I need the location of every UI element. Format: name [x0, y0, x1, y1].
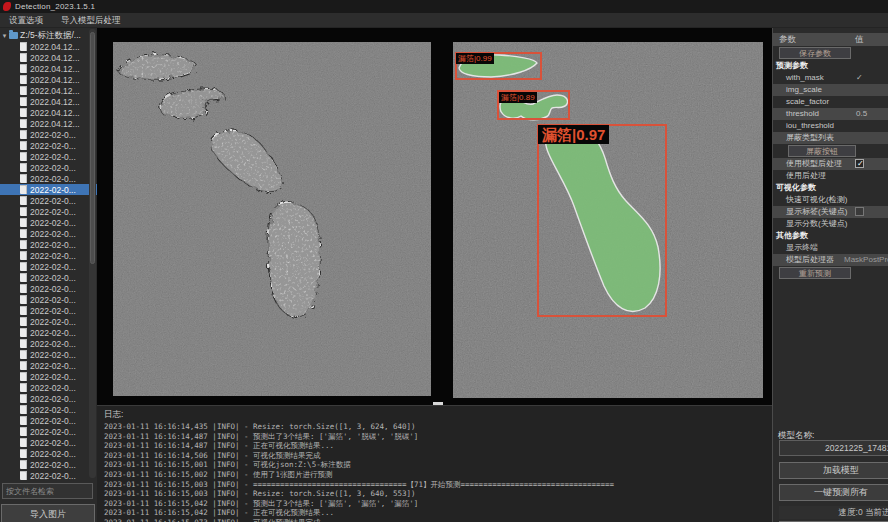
param-row[interactable]: 其他参数 [773, 230, 888, 242]
tree-item[interactable]: 2022-02-0... [0, 371, 97, 382]
tree-item[interactable]: 2022-02-0... [0, 239, 97, 250]
param-row[interactable]: 快速可视化(检测) [773, 194, 888, 206]
menu-item[interactable]: 设置选项 [0, 13, 52, 28]
import-images-button[interactable]: 导入图片 [1, 504, 95, 522]
expand-arrow-icon[interactable]: ▾ [0, 32, 9, 40]
tree-item[interactable]: 2022-02-0... [0, 327, 97, 338]
param-row[interactable]: 屏蔽按钮 [773, 144, 888, 158]
tree-item[interactable]: 2022-02-0... [0, 294, 97, 305]
model-name-field[interactable]: 20221225_174813 [779, 440, 888, 456]
param-row[interactable]: 显示分数(关键点) [773, 218, 888, 230]
param-label[interactable]: 重新预测 [779, 267, 851, 279]
tree-item[interactable]: 2022-02-0... [0, 272, 97, 283]
tree-item[interactable]: 2022-02-0... [0, 195, 97, 206]
tree-scrollbar-thumb[interactable] [90, 32, 95, 264]
param-row[interactable]: iou_threshold [773, 120, 888, 132]
param-row[interactable]: 预测参数 [773, 60, 888, 72]
tree-item[interactable]: 2022.04.12... [0, 118, 97, 129]
param-label[interactable]: 使用模型后处理 [773, 159, 842, 168]
param-row[interactable]: 重新预测 [773, 266, 888, 280]
param-label[interactable]: 其他参数 [773, 231, 808, 240]
param-row[interactable]: 显示标签(关键点) [773, 206, 888, 218]
tree-item[interactable]: 2022.04.12... [0, 107, 97, 118]
tree-item[interactable]: 2022-02-0... [0, 393, 97, 404]
tree-item[interactable]: 2022.04.12... [0, 63, 97, 74]
tree-item[interactable]: 2022-02-0... [0, 184, 97, 195]
param-rows: 保存参数 预测参数 with_mask ✓ img_scale [773, 46, 888, 280]
tree-item[interactable]: 2022-02-0... [0, 338, 97, 349]
tree-item[interactable]: 2022-02-0... [0, 316, 97, 327]
tree-item[interactable]: 2022-02-0... [0, 426, 97, 437]
tree-item[interactable]: 2022.04.12... [0, 96, 97, 107]
tree-item[interactable]: 2022-02-0... [0, 217, 97, 228]
param-label[interactable]: 显示分数(关键点) [773, 219, 847, 228]
tree-item[interactable]: 2022-02-0... [0, 151, 97, 162]
param-label[interactable]: 可视化参数 [773, 183, 816, 192]
param-checkbox[interactable] [855, 207, 864, 216]
tree-item[interactable]: 2022-02-0... [0, 228, 97, 239]
tree-item[interactable]: 2022.04.12... [0, 41, 97, 52]
param-row[interactable]: 使用后处理 [773, 170, 888, 182]
tree-item[interactable]: 2022-02-0... [0, 415, 97, 426]
filename-search-input[interactable] [2, 483, 93, 499]
file-tree[interactable]: ▾ Z:/5-标注数据/... 2022.04.12... 2022.04.12… [0, 30, 97, 481]
param-row[interactable]: scale_factor [773, 96, 888, 108]
param-row[interactable]: 保存参数 [773, 46, 888, 60]
tree-item[interactable]: 2022-02-0... [0, 206, 97, 217]
param-row[interactable]: 显示终端 [773, 242, 888, 254]
param-row[interactable]: with_mask ✓ [773, 72, 888, 84]
param-label[interactable]: 模型后处理器 [773, 255, 834, 264]
tree-item[interactable]: 2022-02-0... [0, 162, 97, 173]
param-label[interactable]: 显示终端 [773, 243, 818, 252]
param-label[interactable]: 预测参数 [773, 61, 808, 70]
tree-item-label: 2022-02-0... [30, 240, 76, 250]
tree-item[interactable]: 2022.04.12... [0, 74, 97, 85]
original-image-view[interactable] [113, 42, 431, 396]
tree-item[interactable]: 2022-02-0... [0, 250, 97, 261]
tree-item[interactable]: 2022-02-0... [0, 437, 97, 448]
tree-item[interactable]: 2022-02-0... [0, 470, 97, 481]
param-row[interactable]: 使用模型后处理 [773, 158, 888, 170]
tree-item[interactable]: 2022-02-0... [0, 360, 97, 371]
param-row[interactable]: 模型后处理器 MaskPostPro [773, 254, 888, 266]
tree-item[interactable]: 2022-02-0... [0, 261, 97, 272]
tree-item[interactable]: 2022-02-0... [0, 448, 97, 459]
file-icon [20, 119, 27, 128]
menu-item[interactable]: 导入模型后处理 [52, 13, 130, 28]
file-icon [20, 42, 27, 51]
tree-item[interactable]: 2022-02-0... [0, 129, 97, 140]
file-icon [20, 86, 27, 95]
param-label[interactable]: threshold [773, 109, 819, 118]
tree-item[interactable]: 2022-02-0... [0, 305, 97, 316]
param-label[interactable]: 保存参数 [779, 47, 851, 59]
param-label[interactable]: img_scale [773, 85, 822, 94]
tree-scrollbar[interactable] [89, 29, 96, 478]
tree-item[interactable]: 2022-02-0... [0, 283, 97, 294]
param-label[interactable]: iou_threshold [773, 121, 834, 130]
param-label[interactable]: 屏蔽类型列表 [773, 133, 834, 142]
load-model-button[interactable]: 加载模型 [779, 462, 888, 479]
param-label[interactable]: scale_factor [773, 97, 829, 106]
tree-item[interactable]: 2022-02-0... [0, 349, 97, 360]
param-row[interactable]: 可视化参数 [773, 182, 888, 194]
tree-item[interactable]: 2022-02-0... [0, 173, 97, 184]
param-label[interactable]: 快速可视化(检测) [773, 195, 847, 204]
tree-item[interactable]: 2022-02-0... [0, 404, 97, 415]
tree-item[interactable]: 2022-02-0... [0, 140, 97, 151]
param-row[interactable]: img_scale [773, 84, 888, 96]
param-label[interactable]: 显示标签(关键点) [773, 207, 847, 216]
tree-item[interactable]: 2022.04.12... [0, 52, 97, 63]
tree-root-folder[interactable]: ▾ Z:/5-标注数据/... [0, 30, 97, 41]
predict-all-button[interactable]: 一键预测所有 [779, 484, 888, 501]
param-label[interactable]: 屏蔽按钮 [788, 145, 856, 157]
param-row[interactable]: 屏蔽类型列表 [773, 132, 888, 144]
log-output[interactable]: 2023-01-11 16:16:14,435 |INFO| - Resize:… [97, 422, 772, 522]
tree-item[interactable]: 2022.04.12... [0, 85, 97, 96]
param-label[interactable]: 使用后处理 [773, 171, 826, 180]
tree-item[interactable]: 2022-02-0... [0, 459, 97, 470]
param-row[interactable]: threshold 0.5 [773, 108, 888, 120]
param-checkbox[interactable] [855, 159, 864, 168]
tree-item[interactable]: 2022-02-0... [0, 382, 97, 393]
param-label[interactable]: with_mask [773, 73, 824, 82]
file-icon [20, 75, 27, 84]
